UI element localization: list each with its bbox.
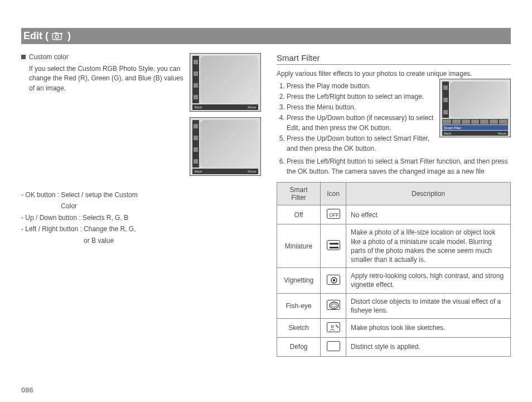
- custom-color-heading-row: Custom color: [21, 53, 184, 61]
- step-2: Press the Left/Right button to select an…: [287, 92, 434, 102]
- rgb-thumb-2: Back Move: [190, 117, 261, 176]
- sf-name: Vignetting: [277, 268, 321, 293]
- rgb-thumb-1: Back Move: [190, 53, 261, 112]
- step-3: Press the Menu button.: [287, 102, 434, 112]
- svg-point-1: [55, 35, 59, 38]
- table-row: Off OFF No effect: [277, 205, 511, 224]
- control-row-updown: - Up / Down button : Selects R, G, B: [21, 212, 261, 223]
- svg-point-9: [331, 326, 333, 328]
- sf-name: Off: [277, 205, 321, 224]
- content-columns: Custom color If you select the Custom RG…: [21, 53, 511, 357]
- control-label: - OK button: [21, 189, 57, 212]
- thumb-back-label: Back: [195, 106, 202, 109]
- control-label: - Left / Right button: [21, 223, 80, 246]
- smart-filter-intro: Apply various filter effects to your pho…: [277, 69, 511, 79]
- sf-desc: Distinct style is applied.: [346, 337, 511, 356]
- step-4: Press the Up/Down button (if necessary) …: [287, 113, 434, 133]
- table-row: Vignetting Apply retro-looking colors, h…: [277, 268, 511, 293]
- vignetting-icon: [327, 275, 340, 285]
- control-desc: : Selects R, G, B: [79, 212, 128, 223]
- left-column: Custom color If you select the Custom RG…: [21, 53, 261, 357]
- table-row: Sketch Make photos look like sketches.: [277, 318, 511, 337]
- right-column: Smart Filter Apply various filter effect…: [277, 53, 511, 357]
- sf-name: Miniature: [277, 224, 321, 268]
- table-row: Defog Distinct style is applied.: [277, 337, 511, 356]
- sf-thumb-move: Move: [498, 132, 506, 135]
- step-6: Press the Left/Right button to select a …: [287, 156, 511, 176]
- smart-filter-thumb: Smart Filter Back Move: [439, 79, 511, 137]
- sf-thumb-label: Smart Filter: [442, 125, 508, 130]
- smart-filter-tbody: Off OFF No effect Miniature Make a photo…: [277, 205, 511, 357]
- custom-color-description: If you select the Custom RGB Photo Style…: [21, 64, 184, 93]
- control-row-ok: - OK button : Select / setup the Custom …: [21, 189, 261, 212]
- th-description: Description: [346, 183, 511, 205]
- filter-off-icon: OFF: [327, 209, 340, 219]
- svg-rect-4: [330, 243, 338, 245]
- custom-color-heading: Custom color: [29, 53, 69, 61]
- step-1: Press the Play mode button.: [287, 81, 434, 91]
- rgb-thumbnails: Back Move Back Move: [190, 53, 261, 176]
- svg-rect-5: [330, 247, 338, 248]
- edit-mode-icon: [52, 32, 64, 41]
- control-desc: : Select / setup the Custom Color: [57, 189, 138, 212]
- sf-name: Sketch: [277, 318, 321, 337]
- svg-rect-2: [55, 32, 57, 34]
- sf-thumb-back: Back: [444, 132, 451, 135]
- sf-desc: No effect: [346, 205, 511, 224]
- sf-desc: Distort close objects to imitate the vis…: [346, 293, 511, 318]
- title-prefix: Edit (: [23, 30, 49, 42]
- sf-name: Fish-eye: [277, 293, 321, 318]
- page-number: 086: [21, 386, 33, 394]
- control-list: - OK button : Select / setup the Custom …: [21, 189, 261, 246]
- sf-desc: Make a photo of a life-size location or …: [346, 224, 511, 268]
- svg-text:OFF: OFF: [329, 212, 339, 218]
- sf-desc: Make photos look like sketches.: [346, 318, 511, 337]
- manual-page: Edit ( ) Custom color If you select the …: [0, 0, 532, 362]
- title-suffix: ): [67, 30, 71, 42]
- sf-name: Defog: [277, 337, 321, 356]
- smart-filter-steps-cont: Press the Left/Right button to select a …: [277, 156, 511, 176]
- table-row: Miniature Make a photo of a life-size lo…: [277, 224, 511, 268]
- control-row-leftright: - Left / Right button : Change the R, G,…: [21, 223, 261, 246]
- defog-icon: [327, 341, 340, 351]
- thumb-back-label: Back: [195, 170, 202, 173]
- sketch-icon: [327, 322, 340, 332]
- th-icon: Icon: [321, 183, 346, 205]
- step-5: Press the Up/Down button to select Smart…: [287, 133, 434, 154]
- thumb-move-label: Move: [248, 106, 256, 109]
- smart-filter-steps: Press the Play mode button. Press the Le…: [277, 81, 434, 154]
- th-smartfilter: Smart Filter: [277, 183, 321, 205]
- fisheye-icon: [327, 300, 340, 310]
- smart-filter-table: Smart Filter Icon Description Off OFF No…: [277, 182, 511, 357]
- table-row: Fish-eye Distort close objects to imitat…: [277, 293, 511, 318]
- control-label: - Up / Down button: [21, 212, 79, 223]
- square-bullet-icon: [21, 55, 26, 59]
- svg-point-7: [332, 279, 335, 281]
- smart-filter-heading: Smart Filter: [277, 53, 511, 65]
- miniature-icon: [327, 240, 340, 250]
- control-desc: : Change the R, G, or B value: [80, 223, 136, 246]
- svg-rect-0: [52, 34, 61, 40]
- sf-desc: Apply retro-looking colors, high contras…: [346, 268, 511, 293]
- page-title-bar: Edit ( ): [21, 28, 511, 44]
- thumb-move-label: Move: [248, 170, 256, 173]
